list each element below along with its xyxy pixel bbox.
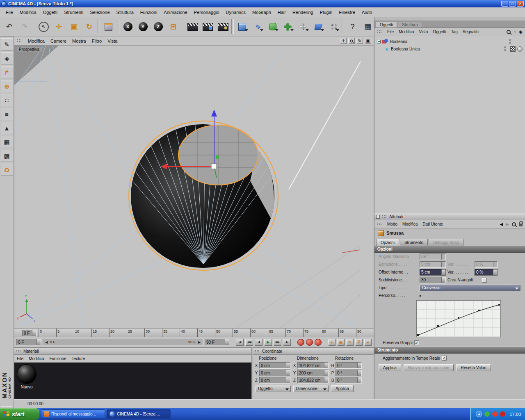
- edges-mode-button[interactable]: ≡: [1, 108, 13, 120]
- tray-icon-2[interactable]: [492, 411, 498, 417]
- render-view-button[interactable]: [185, 18, 200, 35]
- menu-item[interactable]: Plugin: [317, 9, 336, 16]
- tab-strumento[interactable]: Strumento: [400, 239, 428, 246]
- timeline-scrollbar[interactable]: ◀ 0 F 90 F ▶: [43, 339, 203, 345]
- menu-item[interactable]: File: [2, 9, 16, 16]
- section-opzioni[interactable]: Opzioni: [374, 246, 525, 253]
- panel-grip[interactable]: [382, 215, 387, 219]
- record-parameter-toggle[interactable]: P: [355, 339, 363, 346]
- taskbar-item-message[interactable]: Rispondi al messaggio...: [41, 409, 105, 419]
- om-menu-item[interactable]: Oggetti: [433, 30, 446, 34]
- timeline-ruler[interactable]: 0 F 051015202530354045505560657075808590: [14, 328, 374, 337]
- materials-menu-item[interactable]: Texture: [72, 356, 85, 361]
- record-position-toggle[interactable]: ✛: [328, 339, 336, 346]
- rotate-button[interactable]: ↻: [82, 18, 97, 35]
- range-start-field[interactable]: 0 F: [16, 339, 41, 345]
- zoom-view-icon[interactable]: [348, 38, 355, 44]
- layout-button[interactable]: ▦: [360, 18, 375, 35]
- polygons-mode-button[interactable]: ▲: [1, 122, 13, 134]
- range-end-field[interactable]: 90 F: [205, 339, 229, 345]
- texture-tag-icon[interactable]: [510, 46, 516, 52]
- materials-menu-item[interactable]: File: [17, 356, 23, 361]
- materials-list[interactable]: Nuovo: [14, 363, 251, 399]
- model-mode-button[interactable]: ◈: [1, 52, 13, 64]
- materials-menu-item[interactable]: Modifica: [29, 356, 44, 361]
- viewport-menu-item[interactable]: Modifica: [28, 39, 45, 43]
- redo-button[interactable]: ↷: [17, 18, 32, 35]
- toggle-view-icon[interactable]: ▣: [365, 38, 371, 44]
- tipo-dropdown[interactable]: Convesso: [420, 285, 520, 291]
- keying-options-button[interactable]: [315, 339, 322, 346]
- attr-menu-item[interactable]: Modo: [387, 222, 397, 226]
- add-primitive-button[interactable]: [235, 18, 250, 35]
- menu-item[interactable]: Rendering: [289, 9, 317, 16]
- next-key-button[interactable]: ▶▶: [274, 339, 281, 346]
- record-point-level-toggle[interactable]: ●: [364, 339, 372, 346]
- menu-item[interactable]: Aiuto: [358, 9, 375, 16]
- lock-x-button[interactable]: X: [120, 18, 135, 35]
- lock-y-button[interactable]: Y: [135, 18, 151, 35]
- move-button[interactable]: ✛: [51, 18, 66, 35]
- panel-grip[interactable]: [255, 349, 260, 353]
- workplane-mode-button[interactable]: ▦: [1, 136, 13, 148]
- scale-button[interactable]: ▣: [66, 18, 82, 35]
- om-menu-item[interactable]: File: [387, 30, 394, 34]
- minimize-button[interactable]: _: [501, 1, 508, 7]
- position-y-field[interactable]: 0 cm: [259, 370, 290, 376]
- om-menu-item[interactable]: Segnalib: [463, 30, 479, 34]
- menu-item[interactable]: Struttura: [113, 9, 137, 16]
- record-scale-toggle[interactable]: ▣: [337, 339, 345, 346]
- om-menu-item[interactable]: Modifica: [399, 30, 414, 34]
- dimension-z-field[interactable]: 104.822 cm: [297, 377, 329, 383]
- menu-item[interactable]: Modifica: [16, 9, 40, 16]
- menu-item[interactable]: Personaggio: [191, 9, 223, 16]
- section-strumento[interactable]: Strumento: [374, 347, 525, 354]
- preserva-gruppi-checkbox[interactable]: [414, 340, 419, 345]
- add-particles-button[interactable]: ✛: [295, 18, 310, 35]
- eye-icon[interactable]: ◉: [519, 30, 523, 34]
- dimension-y-field[interactable]: 200 cm: [297, 370, 329, 376]
- viewport-menu-item[interactable]: Vista: [107, 39, 117, 43]
- object-axis-button[interactable]: ⊕: [1, 80, 13, 92]
- home-icon[interactable]: ⌂: [514, 30, 516, 34]
- tree-row-booleana-unica[interactable]: ▲ Booleana Unica: [374, 45, 525, 52]
- attributes-header[interactable]: Attributi: [374, 213, 525, 220]
- materials-header[interactable]: Materiali: [14, 348, 251, 355]
- texture-mode-button[interactable]: ↱: [1, 66, 13, 78]
- panel-grip[interactable]: [17, 39, 22, 43]
- visibility-dots[interactable]: [504, 46, 506, 51]
- close-button[interactable]: ×: [517, 1, 524, 7]
- render-region-button[interactable]: [200, 18, 215, 35]
- material-name[interactable]: Nuovo: [21, 385, 33, 389]
- menu-item[interactable]: Selezione: [87, 9, 113, 16]
- add-spline-button[interactable]: ∿: [250, 18, 265, 35]
- rotation-b-field[interactable]: 0 °: [336, 377, 362, 383]
- offset-interno-field[interactable]: 5 cm: [420, 269, 446, 276]
- coordinate-system-button[interactable]: ⊞: [166, 18, 181, 35]
- viewport-menu-item[interactable]: Camere: [50, 39, 66, 43]
- tree-row-booleana[interactable]: Booleana: [374, 38, 525, 45]
- coordinate-mode-dropdown[interactable]: Oggetto: [256, 386, 291, 392]
- resetta-valori-button[interactable]: Resetta Valori: [456, 364, 491, 371]
- scroll-left-icon[interactable]: ◀: [44, 340, 49, 344]
- help-button[interactable]: ?: [345, 18, 360, 35]
- record-rotation-toggle[interactable]: ↻: [346, 339, 354, 346]
- panel-grip[interactable]: [377, 30, 382, 34]
- material-item[interactable]: Nuovo: [17, 364, 37, 397]
- active-tool-button[interactable]: [101, 18, 116, 35]
- lock-icon[interactable]: [519, 224, 523, 226]
- scroll-right-icon[interactable]: ▶: [197, 340, 202, 344]
- taskbar-item-cinema4d[interactable]: CINEMA 4D - [Senza ...: [107, 409, 171, 419]
- realtime-update-checkbox[interactable]: [442, 356, 447, 361]
- live-selection-button[interactable]: ↖: [36, 18, 51, 35]
- tray-icon-1[interactable]: [484, 411, 490, 417]
- var2-field[interactable]: 0 %: [475, 269, 498, 276]
- autokey-button[interactable]: [306, 339, 313, 346]
- position-z-field[interactable]: 0 cm: [259, 377, 290, 383]
- percorso-curve-editor[interactable]: [416, 300, 501, 337]
- crea-n-angoli-checkbox[interactable]: [482, 278, 487, 283]
- om-menu-item[interactable]: Tag: [451, 30, 458, 34]
- undo-button[interactable]: ↶: [2, 18, 17, 35]
- rotate-view-icon[interactable]: ↻: [356, 38, 363, 44]
- menu-item[interactable]: Strumenti: [61, 9, 87, 16]
